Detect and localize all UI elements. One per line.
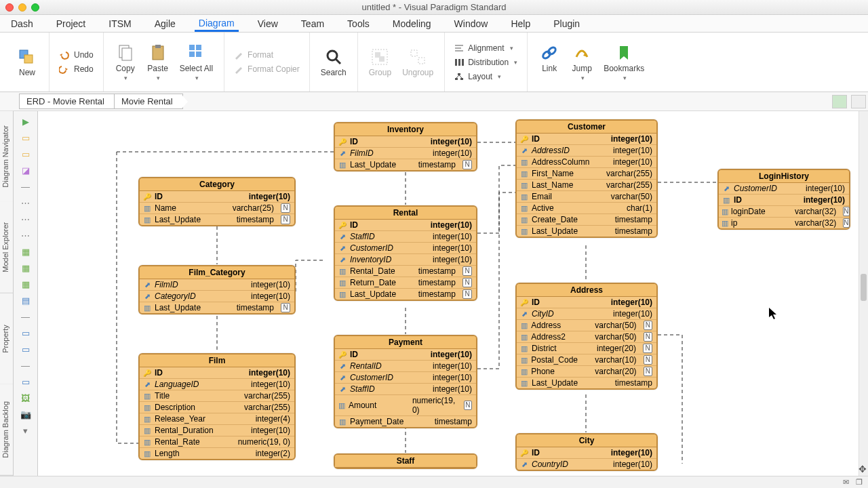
table-row[interactable]: Last_UpdatetimestampN xyxy=(140,214,294,225)
menu-item-window[interactable]: Window xyxy=(450,16,492,31)
diagram-canvas[interactable]: ✥ InventoryIDinteger(10)FilmIDinteger(10… xyxy=(38,111,868,476)
table-row[interactable]: Rental_Durationinteger(10) xyxy=(140,425,294,436)
palette-tool-0[interactable]: ▶ xyxy=(18,115,33,127)
side-tab-diagram-navigator[interactable]: Diagram Navigator xyxy=(0,111,13,202)
table-row[interactable]: Addressvarchar(50)N xyxy=(517,320,656,331)
table-row[interactable]: FilmIDinteger(10) xyxy=(335,148,476,159)
group-button[interactable]: Group xyxy=(365,45,395,80)
table-row[interactable]: IDinteger(10) xyxy=(517,447,656,459)
new-button[interactable]: New xyxy=(12,45,42,80)
layout-button[interactable]: Layout▾ xyxy=(452,70,520,83)
palette-tool-18[interactable]: 📷 xyxy=(18,408,33,420)
entity-inventory[interactable]: InventoryIDinteger(10)FilmIDinteger(10)L… xyxy=(334,122,477,171)
side-tab-diagram-backlog[interactable]: Diagram Backlog xyxy=(0,384,13,476)
table-row[interactable]: Create_Datetimestamp xyxy=(517,214,656,226)
link-button[interactable]: Link xyxy=(534,41,564,84)
table-row[interactable]: IDinteger(10) xyxy=(335,349,476,361)
copy-button[interactable]: Copy▾ xyxy=(111,41,140,84)
entity-payment[interactable]: PaymentIDinteger(10)RentalIDinteger(10)C… xyxy=(334,335,477,428)
table-row[interactable]: Namevarchar(25)N xyxy=(140,203,294,214)
palette-tool-11[interactable]: ▤ xyxy=(18,294,33,306)
menu-item-diagram[interactable]: Diagram xyxy=(195,16,239,32)
redo-button[interactable]: Redo xyxy=(56,63,96,75)
menu-item-dash[interactable]: Dash xyxy=(7,16,37,31)
table-row[interactable]: IDinteger(10) xyxy=(517,134,656,145)
vertical-scrollbar[interactable] xyxy=(859,111,868,476)
menu-item-modeling[interactable]: Modeling xyxy=(389,16,435,31)
palette-tool-13[interactable]: ▭ xyxy=(18,327,33,339)
table-row[interactable]: Emailvarchar(50) xyxy=(517,191,656,203)
menu-item-itsm[interactable]: ITSM xyxy=(104,16,135,31)
view-tool-icon[interactable] xyxy=(851,95,866,108)
table-row[interactable]: Last_Updatetimestamp xyxy=(517,378,656,388)
palette-tool-2[interactable]: ▭ xyxy=(18,148,33,160)
search-button[interactable]: Search xyxy=(317,45,351,80)
table-row[interactable]: IDinteger(10) xyxy=(140,367,294,379)
side-tab-model-explorer[interactable]: Model Explorer xyxy=(0,202,13,293)
table-row[interactable]: Activechar(1) xyxy=(517,203,656,214)
table-row[interactable]: Districtinteger(20)N xyxy=(517,343,656,354)
table-row[interactable]: loginDatevarchar(32)N xyxy=(719,206,849,218)
table-row[interactable]: Postal_Codevarchar(10)N xyxy=(517,354,656,366)
table-row[interactable]: CityIDinteger(10) xyxy=(517,308,656,320)
menu-item-team[interactable]: Team xyxy=(297,16,328,31)
distribution-button[interactable]: Distribution▾ xyxy=(452,56,520,68)
table-row[interactable]: Last_Namevarchar(255) xyxy=(517,180,656,191)
table-row[interactable]: Amountnumeric(19, 0)N xyxy=(335,395,476,416)
ungroup-button[interactable]: Ungroup xyxy=(398,45,437,80)
entity-address[interactable]: AddressIDinteger(10)CityIDinteger(10)Add… xyxy=(515,283,658,390)
view-tool-icon[interactable] xyxy=(832,95,847,108)
entity-category[interactable]: CategoryIDinteger(10)Namevarchar(25)NLas… xyxy=(138,177,296,226)
entity-film_category[interactable]: Film_CategoryFilmIDinteger(10)CategoryID… xyxy=(138,265,296,314)
table-row[interactable]: IDinteger(10) xyxy=(335,136,476,148)
table-row[interactable]: IDinteger(10) xyxy=(140,191,294,203)
breadcrumb[interactable]: ERD - Movie Rental xyxy=(19,94,115,109)
table-row[interactable]: LanguageIDinteger(10) xyxy=(140,379,294,390)
table-row[interactable]: InventoryIDinteger(10) xyxy=(335,254,476,266)
menu-item-tools[interactable]: Tools xyxy=(343,16,374,31)
bookmarks-button[interactable]: Bookmarks▾ xyxy=(599,41,648,84)
palette-tool-17[interactable]: 🖼 xyxy=(18,392,33,404)
table-row[interactable]: Last_UpdatetimestampN xyxy=(140,302,294,313)
entity-film[interactable]: FilmIDinteger(10)LanguageIDinteger(10)Ti… xyxy=(138,353,296,460)
table-row[interactable]: Last_UpdatetimestampN xyxy=(335,159,476,170)
breadcrumb[interactable]: Movie Rental xyxy=(114,94,183,109)
table-row[interactable]: Last_UpdatetimestampN xyxy=(335,289,476,300)
mail-icon[interactable]: ✉ xyxy=(843,478,849,487)
palette-tool-7[interactable]: ⋯ xyxy=(18,229,33,241)
palette-tool-4[interactable]: — xyxy=(18,180,33,192)
format-copier-button[interactable]: Format Copier xyxy=(231,63,302,75)
table-row[interactable]: CustomerIDinteger(10) xyxy=(335,243,476,254)
move-handle-icon[interactable]: ✥ xyxy=(859,464,867,474)
table-row[interactable]: Address2varchar(50)N xyxy=(517,331,656,343)
palette-tool-8[interactable]: ▦ xyxy=(18,245,33,258)
table-row[interactable]: RentalIDinteger(10) xyxy=(335,361,476,372)
table-row[interactable]: Rental_DatetimestampN xyxy=(335,266,476,277)
palette-tool-15[interactable]: — xyxy=(18,359,33,371)
table-row[interactable]: CountryIDinteger(10) xyxy=(517,459,656,470)
table-row[interactable]: ipvarchar(32)N xyxy=(719,218,849,228)
palette-tool-16[interactable]: ▭ xyxy=(18,375,33,388)
jump-button[interactable]: Jump▾ xyxy=(567,41,597,84)
table-row[interactable]: IDinteger(10) xyxy=(719,195,849,206)
palette-tool-6[interactable]: ⋯ xyxy=(18,213,33,225)
entity-rental[interactable]: RentalIDinteger(10)StaffIDinteger(10)Cus… xyxy=(334,205,477,301)
table-row[interactable]: FilmIDinteger(10) xyxy=(140,279,294,291)
undo-button[interactable]: Undo xyxy=(56,49,96,61)
menu-item-view[interactable]: View xyxy=(254,16,282,31)
palette-tool-19[interactable]: ▾ xyxy=(18,424,33,436)
side-tab-property[interactable]: Property xyxy=(0,293,13,385)
table-row[interactable]: First_Namevarchar(255) xyxy=(517,168,656,180)
table-row[interactable]: CustomerIDinteger(10) xyxy=(335,372,476,384)
table-row[interactable]: AddressIDinteger(10) xyxy=(517,145,656,157)
entity-loginhistory[interactable]: LoginHistoryCustomerIDinteger(10)IDinteg… xyxy=(717,169,850,230)
table-row[interactable]: Payment_Datetimestamp xyxy=(335,416,476,427)
table-row[interactable]: Release_Yearinteger(4) xyxy=(140,413,294,425)
table-row[interactable]: AddressColumninteger(10) xyxy=(517,157,656,168)
table-row[interactable]: StaffIDinteger(10) xyxy=(335,384,476,395)
table-row[interactable]: Titlevarchar(255) xyxy=(140,390,294,402)
table-row[interactable]: Phonevarchar(20)N xyxy=(517,366,656,378)
table-row[interactable]: Lengthinteger(2) xyxy=(140,448,294,459)
table-row[interactable]: Return_DatetimestampN xyxy=(335,277,476,289)
alignment-button[interactable]: Alignment▾ xyxy=(452,42,520,54)
